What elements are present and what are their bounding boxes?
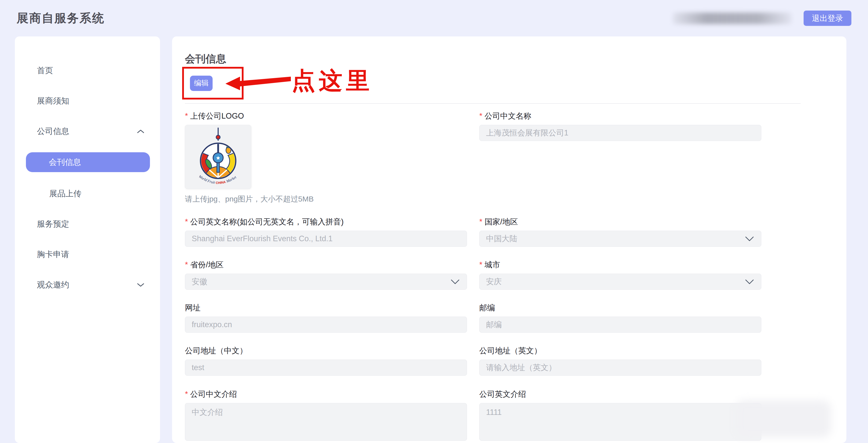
address-en-input[interactable] [479,360,761,376]
edit-button[interactable]: 编辑 [190,76,213,91]
zipcode-label: 邮编 [479,302,761,313]
intro-cn-textarea[interactable] [185,403,467,441]
chevron-down-icon [137,283,145,287]
chevron-down-icon [745,279,754,285]
zipcode-input[interactable] [479,317,761,333]
annotation-arrow-icon [225,74,291,94]
country-label: 国家/地区 [479,216,761,228]
sidebar-item-notice[interactable]: 展商须知 [15,86,160,116]
journal-info-form: 上传公司LOGO [185,110,801,442]
sidebar-item-journal-info-active[interactable]: 会刊信息 [26,152,150,172]
logo-upload-label: 上传公司LOGO [185,110,467,122]
sidebar-item-audience-invite[interactable]: 观众邀约 [15,270,160,300]
company-cn-input[interactable] [479,125,761,141]
intro-cn-label: 公司中文介绍 [185,389,467,400]
section-divider [185,103,801,104]
sidebar-item-service-booking[interactable]: 服务预定 [15,209,160,239]
main-card: 会刊信息 编辑 点这里 上传公司LOGO [172,36,846,443]
company-en-input[interactable] [185,231,467,247]
sidebar-item-company-info[interactable]: 公司信息 [15,116,160,146]
sidebar-item-home[interactable]: 首页 [15,55,160,86]
province-label: 省份/地区 [185,259,467,270]
website-input[interactable] [185,317,467,333]
company-name-redacted [673,12,792,24]
logo-upload-hint: 请上传jpg、png图片，大小不超过5MB [185,194,467,204]
company-en-label: 公司英文名称(如公司无英文名，可输入拼音) [185,216,467,228]
app-title: 展商自服务系统 [17,10,105,26]
annotation-text: 点这里 [291,68,373,94]
logout-button[interactable]: 退出登录 [804,10,851,26]
city-select[interactable]: 安庆 [479,274,761,290]
company-cn-label: 公司中文名称 [479,110,761,122]
company-logo-image: World Fruit CHINA Market [194,126,242,189]
province-select[interactable]: 安徽 [185,274,467,290]
address-cn-input[interactable] [185,360,467,376]
top-header: 展商自服务系统 退出登录 [0,0,868,36]
website-label: 网址 [185,302,467,313]
country-select[interactable]: 中国大陆 [479,231,761,247]
sidebar-item-exhibit-upload[interactable]: 展品上传 [15,178,160,209]
intro-en-label: 公司英文介绍 [479,389,761,400]
address-cn-label: 公司地址（中文） [185,345,467,356]
sidebar-item-badge-apply[interactable]: 胸卡申请 [15,239,160,270]
logo-upload-box[interactable]: World Fruit CHINA Market [185,125,251,189]
chevron-down-icon [451,279,460,285]
chevron-up-icon [137,129,145,134]
intro-en-textarea[interactable]: 1111 [479,403,761,441]
city-label: 城市 [479,259,761,270]
chevron-down-icon [745,236,754,242]
page-title: 会刊信息 [185,53,801,65]
address-en-label: 公司地址（英文） [479,345,761,356]
sidebar: 首页 展商须知 公司信息 会刊信息 展品上传 服务预定 胸卡申请 观众邀约 [15,36,160,443]
